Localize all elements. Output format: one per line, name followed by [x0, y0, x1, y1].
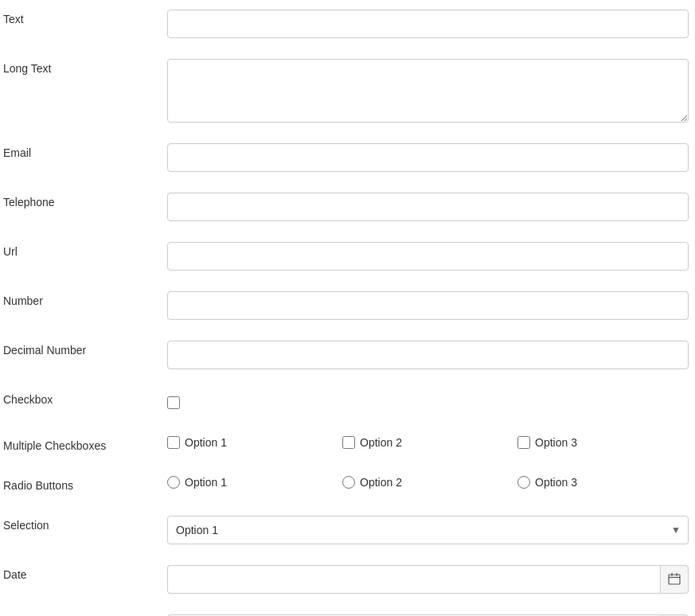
- selection-select[interactable]: Option 1 Option 2 Option 3: [167, 516, 689, 544]
- date-wrap: [167, 565, 689, 594]
- text-label: Text: [0, 6, 167, 32]
- radio-group: Option 1 Option 2 Option 3: [167, 476, 693, 489]
- checkbox-option-2[interactable]: Option 2: [342, 436, 517, 449]
- checkbox-option-3-label: Option 3: [535, 436, 577, 449]
- svg-rect-0: [669, 575, 680, 584]
- radio-input-1[interactable]: [167, 476, 180, 489]
- multiple-checkboxes-control: Option 1 Option 2 Option 3: [167, 433, 695, 452]
- checkbox-input[interactable]: [167, 396, 180, 409]
- email-label: Email: [0, 140, 167, 166]
- date-control: [167, 562, 695, 597]
- checkbox-option-2-label: Option 2: [360, 436, 402, 449]
- radio-option-3[interactable]: Option 3: [517, 476, 693, 489]
- form-container: Text Long Text Email Telephone Url Numbe…: [0, 0, 695, 616]
- longtext-row: Long Text: [0, 49, 695, 132]
- checkbox-input-3[interactable]: [517, 436, 530, 449]
- email-control: [167, 140, 695, 175]
- calendar-icon: [668, 572, 681, 587]
- radio-option-3-label: Option 3: [535, 476, 577, 489]
- text-input[interactable]: [167, 10, 689, 38]
- radio-option-1-label: Option 1: [185, 476, 227, 489]
- checkbox-wrap: [167, 390, 180, 415]
- longtext-input[interactable]: [167, 59, 689, 123]
- number-row: Number: [0, 282, 695, 329]
- number-input[interactable]: [167, 291, 689, 320]
- telephone-label: Telephone: [0, 189, 167, 215]
- email-row: Email: [0, 134, 695, 181]
- radio-buttons-label: Radio Buttons: [0, 473, 167, 498]
- radio-buttons-control: Option 1 Option 2 Option 3: [167, 473, 695, 492]
- multiple-checkboxes-label: Multiple Checkboxes: [0, 433, 167, 458]
- decimal-row: Decimal Number: [0, 331, 695, 379]
- checkbox-label: Checkbox: [0, 387, 167, 412]
- url-row: Url: [0, 232, 695, 280]
- radio-option-2-label: Option 2: [360, 476, 402, 489]
- decimal-label: Decimal Number: [0, 337, 167, 363]
- decimal-input-wrap: [167, 341, 689, 369]
- email-input[interactable]: [167, 143, 689, 172]
- number-label: Number: [0, 288, 167, 314]
- selection-control: Option 1 Option 2 Option 3 ▼: [167, 513, 695, 548]
- longtext-label: Long Text: [0, 56, 167, 81]
- datetime-label: Date & Time: [0, 611, 167, 616]
- radio-input-2[interactable]: [342, 476, 355, 489]
- checkbox-group: Option 1 Option 2 Option 3: [167, 436, 693, 449]
- text-row: Text: [0, 0, 695, 48]
- selection-row: Selection Option 1 Option 2 Option 3 ▼: [0, 506, 695, 554]
- selection-label: Selection: [0, 513, 167, 538]
- checkbox-row: Checkbox: [0, 380, 695, 425]
- radio-option-2[interactable]: Option 2: [342, 476, 517, 489]
- decimal-control: [167, 337, 695, 372]
- url-input[interactable]: [167, 242, 689, 271]
- checkbox-input-2[interactable]: [342, 436, 355, 449]
- date-label: Date: [0, 562, 167, 587]
- longtext-control: [167, 56, 695, 126]
- telephone-control: [167, 189, 695, 224]
- number-control: [167, 288, 695, 323]
- datetime-control: [167, 611, 695, 616]
- radio-input-3[interactable]: [517, 476, 530, 489]
- datetime-row: Date & Time: [0, 605, 695, 616]
- decimal-input[interactable]: [167, 341, 689, 369]
- date-row: Date: [0, 556, 695, 603]
- telephone-row: Telephone: [0, 183, 695, 231]
- text-control: [167, 6, 695, 41]
- checkbox-input-1[interactable]: [167, 436, 180, 449]
- radio-buttons-row: Radio Buttons Option 1 Option 2 Option 3: [0, 466, 695, 505]
- date-calendar-button[interactable]: [660, 565, 689, 594]
- url-label: Url: [0, 239, 167, 264]
- radio-option-1[interactable]: Option 1: [167, 476, 342, 489]
- number-input-wrap: [167, 291, 689, 320]
- multiple-checkboxes-row: Multiple Checkboxes Option 1 Option 2 Op…: [0, 427, 695, 465]
- checkbox-option-1-label: Option 1: [185, 436, 227, 449]
- checkbox-control: [167, 387, 695, 419]
- checkbox-option-1[interactable]: Option 1: [167, 436, 342, 449]
- url-control: [167, 239, 695, 274]
- select-wrap: Option 1 Option 2 Option 3 ▼: [167, 516, 689, 544]
- checkbox-option-3[interactable]: Option 3: [517, 436, 693, 449]
- date-input[interactable]: [167, 565, 660, 594]
- telephone-input[interactable]: [167, 193, 689, 221]
